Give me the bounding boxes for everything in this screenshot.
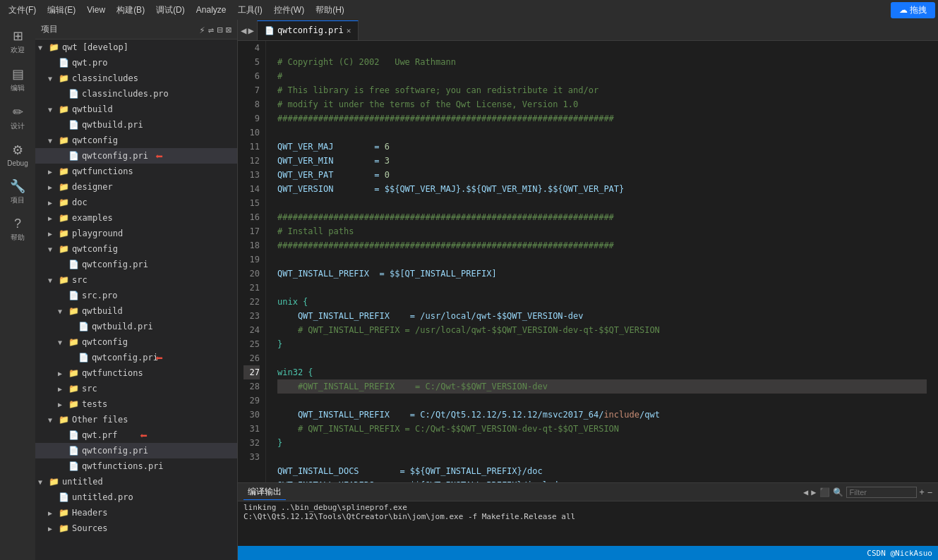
tree-item-examples[interactable]: ▶ 📁 examples [35, 210, 237, 226]
tree-item-untitled-pro[interactable]: 📄 untitled.pro [35, 489, 237, 505]
file-icon: 📄 [58, 492, 69, 503]
tree-item-qwtfunctions-pri[interactable]: 📄 qwtfunctions.pri [35, 458, 237, 474]
tab-qwtconfig-pri[interactable]: 📄 qwtconfig.pri ✕ [257, 20, 359, 40]
sidebar-item-design[interactable]: ✏ 设计 [0, 99, 35, 137]
tree-item-src-2[interactable]: ▶ 📁 src [35, 381, 237, 396]
folder-icon: 📁 [58, 243, 69, 255]
tree-item-qwtconfig-pri-2[interactable]: 📄 qwtconfig.pri [35, 257, 237, 272]
bottom-plus-icon[interactable]: + [920, 487, 925, 497]
folder-icon: 📁 [68, 305, 79, 317]
collapse-arrow: ▶ [48, 214, 58, 222]
tree-item-qwtconfig-pri-1[interactable]: 📄 qwtconfig.pri ⬅ [35, 148, 237, 164]
folder-icon: 📁 [68, 367, 79, 379]
sidebar-item-welcome[interactable]: ⊞ 欢迎 [0, 23, 35, 61]
file-icon: 📄 [68, 445, 79, 456]
tree-item-doc[interactable]: ▶ 📁 doc [35, 195, 237, 210]
menu-item-file[interactable]: 文件(F) [3, 3, 42, 18]
close-panel-icon[interactable]: ⊟ [217, 24, 222, 35]
tree-item-qwtbuild-pri-2[interactable]: 📄 qwtbuild.pri [35, 319, 237, 334]
expand-arrow: ▼ [48, 245, 58, 253]
file-icon: 📄 [68, 119, 79, 130]
file-icon: 📄 [68, 290, 79, 301]
tree-item-tests[interactable]: ▶ 📁 tests [35, 396, 237, 412]
tree-item-classincludes[interactable]: ▼ 📁 classincludes [35, 71, 237, 86]
output-line-2: C:\Qt\Qt5.12.12\Tools\QtCreator\bin\jom\… [243, 512, 932, 521]
tree-item-other-files[interactable]: ▼ 📁 Other files [35, 412, 237, 427]
tree-item-qwtconfig-1[interactable]: ▼ 📁 qwtconfig [35, 133, 237, 148]
tree-item-qwtconfig-2[interactable]: ▼ 📁 qwtconfig [35, 241, 237, 257]
tree-item-headers[interactable]: ▶ 📁 Headers [35, 505, 237, 521]
sync-icon[interactable]: ⇌ [208, 24, 214, 35]
menu-item-edit[interactable]: 编辑(E) [42, 3, 81, 18]
tree-item-qwtbuild-2[interactable]: ▼ 📁 qwtbuild [35, 303, 237, 319]
tree-item-src-pro[interactable]: 📄 src.pro [35, 288, 237, 303]
tree-item-qwtconfig-3[interactable]: ▼ 📁 qwtconfig [35, 334, 237, 350]
folder-icon: 📁 [58, 274, 69, 286]
menubar: 文件(F) 编辑(E) View 构建(B) 调试(D) Analyze 工具(… [0, 0, 938, 20]
tree-item-qwtfunctions-1[interactable]: ▶ 📁 qwtfunctions [35, 164, 237, 179]
code-content[interactable]: # Copyright (C) 2002 Uwe Rathmann # # Th… [266, 41, 938, 482]
tabs-bar: ◀ ▶ 📄 qwtconfig.pri ✕ [238, 20, 938, 41]
file-icon: 📄 [68, 430, 79, 441]
cloud-button[interactable]: ☁ 拖拽 [891, 2, 935, 18]
folder-icon: 📁 [58, 166, 69, 177]
code-editor[interactable]: 456789 101112131415 161718192021 2223242… [238, 41, 938, 482]
folder-icon: 📁 [68, 383, 79, 394]
bottom-nav-fwd[interactable]: ▶ [811, 487, 816, 497]
tree-item-untitled[interactable]: ▼ 📁 untitled [35, 474, 237, 489]
file-icon: 📄 [68, 461, 79, 472]
menu-item-help[interactable]: 帮助(H) [310, 3, 350, 18]
collapse-arrow: ▶ [48, 230, 58, 238]
tree-item-qwt-pro[interactable]: 📄 qwt.pro [35, 55, 237, 71]
sidebar-item-help[interactable]: ? 帮助 [0, 211, 35, 248]
tree-item-src-1[interactable]: ▼ 📁 src [35, 272, 237, 288]
bottom-minus-icon[interactable]: − [927, 487, 932, 497]
tree-item-qwtbuild-1[interactable]: ▼ 📁 qwtbuild [35, 102, 237, 117]
menu-item-tools[interactable]: 工具(I) [232, 3, 268, 18]
nav-back-icon[interactable]: ◀ [241, 25, 246, 36]
tree-item-classincludes-pro[interactable]: 📄 classincludes.pro [35, 86, 237, 102]
expand-arrow: ▼ [48, 416, 58, 424]
sidebar-item-project[interactable]: 🔧 项目 [0, 173, 35, 211]
expand-panel-icon[interactable]: ⊠ [226, 24, 232, 35]
bottom-content: linking ..\bin_debug\splineprof.exe C:\Q… [238, 501, 938, 546]
sidebar-item-edit[interactable]: ▤ 编辑 [0, 61, 35, 99]
tree-item-qwtconfig-pri-3[interactable]: 📄 qwtconfig.pri ⬅ [35, 350, 237, 365]
help-icon: ? [14, 217, 21, 231]
tree-item-designer[interactable]: ▶ 📁 designer [35, 179, 237, 195]
folder-icon: 📁 [58, 228, 69, 239]
folder-icon: 📁 [58, 104, 69, 115]
expand-arrow: ▼ [38, 478, 48, 486]
sidebar-icons: ⊞ 欢迎 ▤ 编辑 ✏ 设计 ⚙ Debug 🔧 项目 ? 帮助 [0, 20, 35, 560]
menu-item-view[interactable]: View [81, 4, 111, 16]
bottom-nav-back[interactable]: ◀ [803, 487, 808, 497]
tree-item-qwtfunctions-2[interactable]: ▶ 📁 qwtfunctions [35, 365, 237, 381]
edit-icon: ▤ [12, 66, 24, 82]
project-icon: 🔧 [10, 178, 25, 194]
bottom-filter-input[interactable] [846, 487, 917, 498]
status-bar: CSDN @NickAsuo [238, 546, 938, 560]
folder-icon: 📁 [58, 73, 69, 84]
bottom-tab-compile-output[interactable]: 编译输出 [243, 485, 286, 500]
menu-item-debug[interactable]: 调试(D) [150, 3, 191, 18]
folder-icon: 📁 [58, 197, 69, 208]
bottom-actions: ◀ ▶ ⬛ 🔍 + − [803, 487, 932, 498]
tree-item-qwtconfig-pri-4[interactable]: 📄 qwtconfig.pri [35, 443, 237, 458]
expand-arrow: ▼ [38, 44, 48, 51]
tree-item-qwt-prf[interactable]: 📄 qwt.prf ⬅ [35, 427, 237, 443]
tree-item-qwtbuild-pri-1[interactable]: 📄 qwtbuild.pri [35, 117, 237, 133]
nav-forward-icon[interactable]: ▶ [248, 25, 253, 36]
tree-item-qwt-root[interactable]: ▼ 📁 qwt [develop] [35, 39, 237, 55]
expand-arrow: ▼ [48, 276, 58, 284]
menu-item-controls[interactable]: 控件(W) [268, 3, 310, 18]
tab-close-icon[interactable]: ✕ [347, 26, 351, 35]
bottom-stop[interactable]: ⬛ [819, 487, 830, 497]
panel-title: 项目 [41, 23, 58, 35]
menu-item-build[interactable]: 构建(B) [111, 3, 150, 18]
tree-item-playground[interactable]: ▶ 📁 playground [35, 226, 237, 241]
tree-item-sources[interactable]: ▶ 📁 Sources [35, 521, 237, 536]
menu-item-analyze[interactable]: Analyze [191, 4, 232, 16]
filter-icon[interactable]: ⚡ [199, 24, 205, 35]
output-line-1: linking ..\bin_debug\splineprof.exe [243, 503, 932, 512]
sidebar-item-debug[interactable]: ⚙ Debug [0, 137, 35, 173]
